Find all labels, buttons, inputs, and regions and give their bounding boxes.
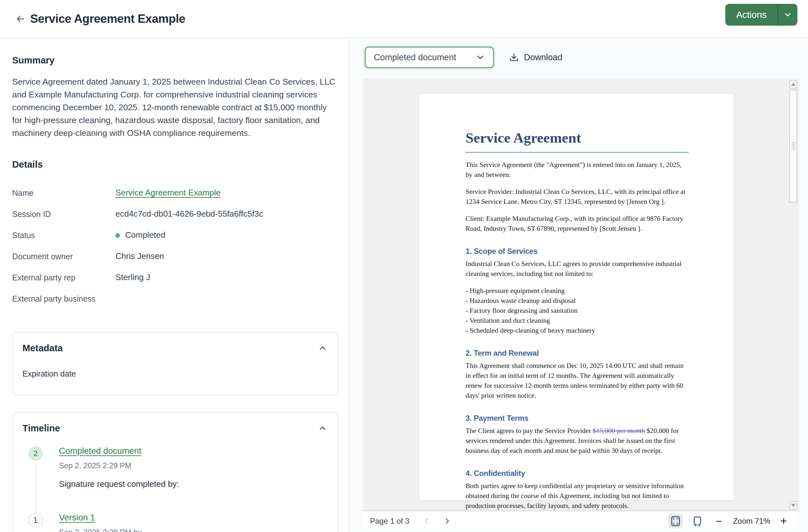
pdf-section-body-payment: The Client agrees to pay the Service Pro…: [465, 426, 689, 456]
back-button[interactable]: [14, 12, 27, 26]
pdf-title-rule: [465, 152, 689, 153]
detail-label-external-rep: External party rep: [12, 271, 115, 292]
chevron-down-icon: [475, 52, 485, 62]
external-rep-value: Sterling J: [115, 271, 339, 292]
expiration-date-label: Expiration date: [22, 369, 328, 379]
download-icon: [509, 53, 519, 62]
scroll-up-button[interactable]: [789, 80, 797, 89]
chevron-up-icon: [318, 423, 327, 433]
app-header: Service Agreement Example Actions: [0, 0, 808, 38]
document-version-select[interactable]: Completed document: [365, 47, 494, 68]
viewer-controls: Completed document Download: [365, 47, 563, 68]
download-button[interactable]: Download: [509, 53, 563, 62]
summary-text: Service Agreement dated January 1, 2025 …: [12, 75, 337, 139]
zoom-controls: − Zoom 71% +: [668, 514, 790, 529]
pdf-bullet-list: - High-pressure equipment cleaning - Haz…: [465, 286, 689, 336]
fit-page-icon: [671, 516, 680, 527]
detail-label-session-id: Session ID: [12, 208, 115, 229]
fit-width-button[interactable]: [690, 514, 705, 529]
pdf-bullet: - Hazardous waste cleanup and disposal: [465, 296, 689, 306]
details-heading: Details: [12, 159, 339, 170]
pdf-toolbar: Page 1 of 3: [363, 512, 799, 530]
pdf-bullet: - Scheduled deep-cleaning of heavy machi…: [465, 326, 689, 336]
triangle-down-icon: [791, 504, 795, 507]
timeline-timestamp: Sep 2, 2025 2:29 PM by: [59, 528, 328, 532]
zoom-out-button[interactable]: −: [713, 515, 725, 528]
document-viewer-panel: Completed document Download Service Agre…: [349, 38, 808, 532]
triangle-up-icon: [791, 83, 795, 86]
timeline-item-completed: 2 Completed document Sep 2, 2025 2:29 PM…: [22, 446, 328, 489]
timeline-list: 2 Completed document Sep 2, 2025 2:29 PM…: [22, 446, 328, 532]
status-badge: Completed: [115, 230, 165, 240]
chevron-right-icon: [443, 517, 452, 526]
pdf-paragraph: This Service Agreement (the "Agreement")…: [465, 160, 689, 180]
pdf-bullet: - Ventilation and duct cleaning: [465, 316, 689, 326]
details-grid: Name Service Agreement Example Session I…: [12, 187, 339, 314]
scrollbar-grip: [792, 142, 795, 150]
pdf-paragraph: Service Provider: Industrial Clean Co Se…: [465, 187, 689, 207]
detail-label-status: Status: [12, 229, 115, 250]
timeline-version1-link[interactable]: Version 1: [59, 513, 95, 522]
actions-split-button: Actions: [725, 4, 797, 26]
pdf-page: Service Agreement This Service Agreement…: [419, 94, 734, 500]
session-id-value: ecd4c7cd-db01-4626-9ebd-55fa6ffc5f3c: [115, 208, 339, 229]
pdf-section-heading: 3. Payment Terms: [465, 414, 689, 423]
metadata-heading: Metadata: [22, 343, 63, 354]
pdf-viewport: Service Agreement This Service Agreement…: [363, 78, 799, 511]
details-panel: Summary Service Agreement dated January …: [0, 38, 349, 532]
pdf-section-body: Both parties agree to keep confidential …: [465, 481, 689, 511]
fit-page-button[interactable]: [668, 514, 683, 529]
timeline-step-badge: 2: [28, 446, 43, 461]
redlined-amount: $15,000 per month: [592, 427, 645, 435]
timeline-item-version1: 1 Version 1 Sep 2, 2025 2:29 PM by: [22, 513, 328, 532]
next-page-button[interactable]: [443, 517, 452, 526]
external-business-value: [115, 292, 339, 314]
chevron-up-icon: [318, 343, 327, 353]
arrow-left-icon: [15, 14, 26, 24]
scrollbar-thumb[interactable]: [789, 90, 797, 203]
metadata-collapse-button[interactable]: [317, 342, 328, 354]
zoom-in-button[interactable]: +: [777, 514, 790, 528]
pdf-section-body: This Agreement shall commence on Dec 10,…: [465, 361, 689, 401]
actions-button[interactable]: Actions: [725, 4, 777, 26]
page-title: Service Agreement Example: [30, 12, 185, 26]
document-name-link[interactable]: Service Agreement Example: [115, 188, 221, 198]
pdf-section-heading: 4. Confidentiality: [465, 469, 689, 478]
pdf-section-heading: 1. Scope of Services: [465, 247, 689, 256]
pdf-document-title: Service Agreement: [465, 130, 689, 146]
metadata-card: Metadata Expiration date: [12, 332, 338, 396]
pdf-bullet: - High-pressure equipment cleaning: [465, 286, 689, 296]
status-dot-icon: [115, 233, 120, 238]
pdf-bullet: - Factory floor degreasing and sanitatio…: [465, 306, 689, 316]
chevron-down-icon: [783, 10, 792, 19]
timeline-timestamp: Sep 2, 2025 2:29 PM: [59, 461, 328, 470]
timeline-collapse-button[interactable]: [317, 422, 328, 434]
summary-heading: Summary: [12, 55, 339, 66]
previous-page-button[interactable]: [422, 517, 430, 526]
pdf-scrollbar: [789, 80, 798, 510]
actions-dropdown-button[interactable]: [778, 4, 797, 26]
detail-label-owner: Document owner: [12, 250, 115, 271]
page-indicator: Page 1 of 3: [370, 517, 409, 526]
timeline-step-badge: 1: [28, 513, 43, 528]
detail-label-name: Name: [12, 187, 115, 208]
timeline-completed-link[interactable]: Completed document: [59, 446, 141, 456]
download-label: Download: [524, 53, 563, 62]
zoom-level: Zoom 71%: [733, 517, 770, 526]
pdf-paragraph: Client: Example Manufacturing Corp., wit…: [465, 214, 689, 234]
document-version-value: Completed document: [374, 53, 456, 62]
chevron-left-icon: [422, 517, 430, 526]
pdf-section-heading: 2. Term and Renewal: [465, 349, 689, 358]
timeline-heading: Timeline: [22, 423, 60, 434]
timeline-card: Timeline 2 Completed document Sep 2, 202…: [12, 412, 338, 532]
fit-width-icon: [692, 515, 703, 527]
scroll-down-button[interactable]: [789, 501, 797, 510]
status-value: Completed: [125, 230, 165, 240]
pdf-section-body: Industrial Clean Co Services, LLC agrees…: [465, 259, 689, 279]
owner-value: Chris Jensen: [115, 250, 339, 271]
timeline-description: Signature request completed by:: [59, 479, 328, 489]
detail-label-external-business: External party business: [12, 292, 115, 314]
